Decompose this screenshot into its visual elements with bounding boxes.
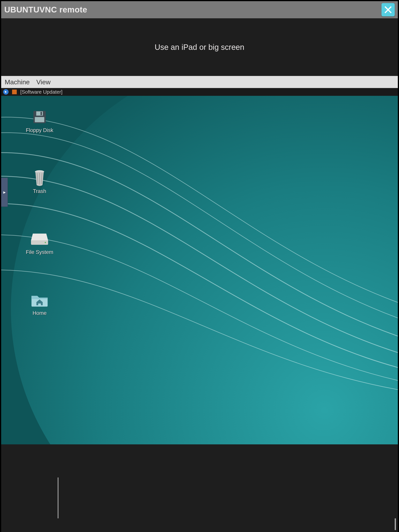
window-titlebar: UBUNTUVNC remote [1,1,398,18]
divider-vertical [58,477,58,518]
desktop-icon-floppy[interactable]: Floppy Disk [23,109,56,133]
svg-rect-7 [40,112,42,115]
svg-rect-8 [35,117,45,122]
desktop-icon-filesystem[interactable]: File System [23,231,56,255]
desktop-icon-trash[interactable]: Trash [23,170,56,194]
window-title: UBUNTUVNC remote [4,5,87,14]
caption-text: Use an iPad or big screen [155,43,244,52]
trash-icon [30,170,49,186]
home-folder-icon [30,292,49,307]
whisker-menu-icon[interactable] [3,89,9,95]
desktop-icon-label: Home [32,310,46,316]
svg-marker-4 [5,91,7,93]
divider-vertical [395,518,396,530]
menu-view[interactable]: View [36,78,51,86]
chevron-right-icon: ▸ [3,190,6,195]
bottom-dark-region [1,444,398,532]
wallpaper-xubuntu [1,96,398,444]
menu-machine[interactable]: Machine [5,78,30,86]
close-icon [384,5,393,14]
drive-icon [30,231,49,247]
desktop-icon-label: File System [26,249,53,255]
panel-pullout-handle[interactable]: ▸ [1,177,8,207]
svg-point-10 [45,242,46,243]
desktop-icon-home[interactable]: Home [23,292,56,316]
desktop-icon-label: Trash [33,188,46,194]
taskbar-active-app[interactable]: [Software Updater] [20,89,63,95]
remote-desktop-viewport[interactable]: [Software Updater] ▸ Floppy Disk [1,88,398,444]
desktop-icon-label: Floppy Disk [26,127,53,133]
desktop-icons: Floppy Disk Trash File System [23,109,56,316]
taskbar-app-icon[interactable] [12,89,17,94]
xfce-top-panel: [Software Updater] [1,88,398,96]
svg-point-3 [11,96,398,444]
floppy-disk-icon [30,109,49,125]
vbox-menubar: Machine View [1,76,398,88]
close-button[interactable] [381,3,395,16]
caption-area: Use an iPad or big screen [1,18,398,76]
